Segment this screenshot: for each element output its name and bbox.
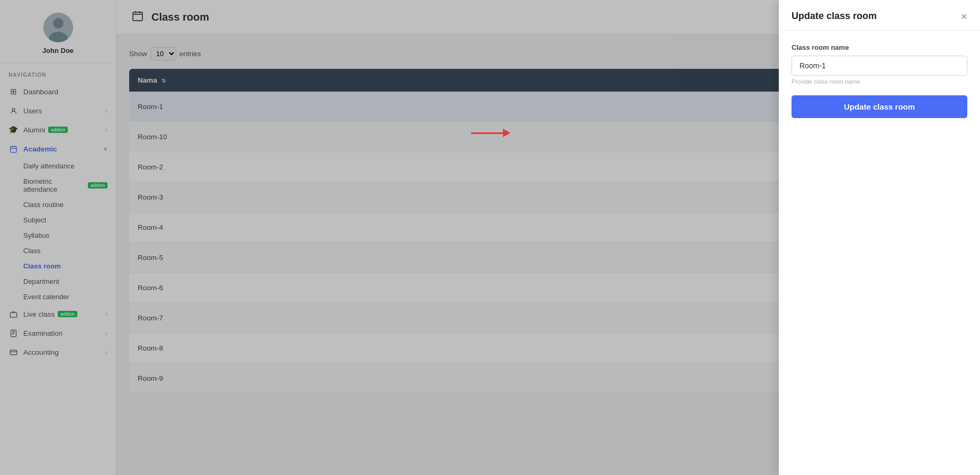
panel-title: Update class room [792,11,877,22]
red-arrow-indicator [471,129,510,137]
form-hint: Provide class room name [792,78,967,85]
arrow-line [471,132,503,134]
update-class-room-button[interactable]: Update class room [792,95,967,118]
form-label: Class room name [792,43,967,51]
panel-close-button[interactable]: × [961,11,967,22]
panel-body: Class room name Provide class room name … [779,31,980,475]
update-panel: Update class room × Class room name Prov… [779,0,980,475]
panel-header: Update class room × [779,0,980,31]
class-room-name-input[interactable] [792,56,967,76]
arrow-head [503,129,510,137]
